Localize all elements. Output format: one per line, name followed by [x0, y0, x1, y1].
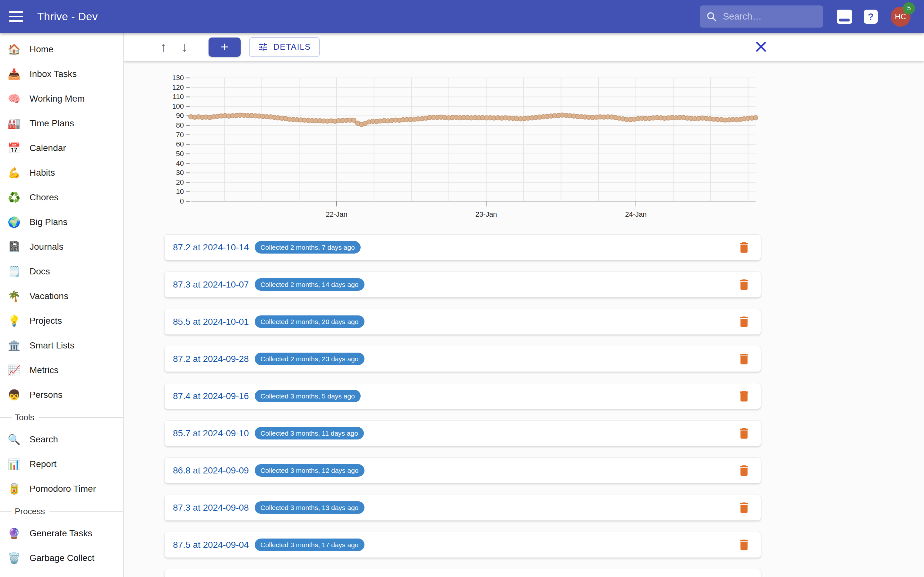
sidebar-item-label: Garbage Collect	[29, 553, 94, 563]
entry-link[interactable]: 87.2 at 2024-10-14	[173, 242, 249, 253]
sidebar-item-calendar[interactable]: 📅 Calendar	[0, 135, 123, 160]
call-to-action-icon[interactable]	[837, 10, 852, 24]
entry-link[interactable]: 85.5 at 2024-10-01	[173, 317, 249, 327]
hamburger-menu-button[interactable]	[9, 6, 29, 27]
tune-icon	[258, 42, 268, 52]
delete-icon[interactable]	[736, 388, 752, 405]
sidebar-item-habits[interactable]: 💪 Habits	[0, 160, 123, 185]
app-title: Thrive - Dev	[37, 10, 98, 23]
journals-icon: 📓	[0, 241, 29, 253]
svg-text:90: 90	[176, 111, 184, 119]
sidebar: 🏠 Home 📥 Inbox Tasks 🧠 Working Mem 🏭 Tim…	[0, 33, 124, 577]
svg-text:110: 110	[173, 93, 184, 101]
search-input[interactable]	[723, 11, 813, 22]
entry-link[interactable]: 87.4 at 2024-09-16	[173, 391, 249, 401]
list-item: 85.5 at 2024-10-01 Collected 2 months, 2…	[164, 309, 761, 335]
big-plans-icon: 🌍	[0, 216, 29, 228]
projects-icon: 💡	[0, 315, 29, 327]
call-to-action-bar	[839, 19, 850, 21]
sidebar-item-big-plans[interactable]: 🌍 Big Plans	[0, 210, 123, 234]
close-icon[interactable]	[753, 39, 769, 55]
list-item: 86.8 at 2024-09-09 Collected 3 months, 1…	[164, 458, 761, 484]
sidebar-item-label: Working Mem	[29, 93, 85, 104]
delete-icon[interactable]	[736, 276, 752, 293]
list-item: 87.5 at 2024-09-04 Collected 3 months, 1…	[164, 532, 761, 558]
working-mem-icon: 🧠	[0, 93, 29, 105]
generate-tasks-icon: 🔮	[0, 527, 29, 540]
collected-badge: Collected 3 months, 17 days ago	[255, 538, 365, 551]
sidebar-item-chores[interactable]: ♻️ Chores	[0, 185, 123, 210]
entry-link[interactable]: 87.2 at 2024-09-28	[173, 354, 249, 364]
sidebar-item-journals[interactable]: 📓 Journals	[0, 234, 123, 259]
sidebar-item-working-mem[interactable]: 🧠 Working Mem	[0, 86, 123, 111]
section-divider	[39, 417, 123, 418]
sidebar-item-label: Big Plans	[29, 217, 67, 227]
svg-text:22-Jan: 22-Jan	[326, 210, 347, 218]
svg-text:100: 100	[173, 102, 184, 110]
entry-link[interactable]: 85.7 at 2024-09-10	[173, 428, 249, 438]
vacations-icon: 🌴	[0, 290, 29, 302]
entry-link[interactable]: 86.8 at 2024-09-09	[173, 466, 249, 476]
entry-link[interactable]: 87.3 at 2024-10-07	[173, 279, 249, 290]
avatar[interactable]: HC 5	[891, 7, 911, 27]
svg-text:70: 70	[176, 131, 184, 139]
notification-badge: 5	[903, 2, 915, 15]
delete-icon[interactable]	[736, 537, 752, 553]
sidebar-item-label: Habits	[29, 168, 55, 178]
delete-icon[interactable]	[736, 500, 752, 516]
list-item: 85.7 at 2024-09-10 Collected 3 months, 1…	[164, 420, 761, 446]
collected-badge: Collected 2 months, 20 days ago	[255, 316, 365, 328]
collected-badge: Collected 3 months, 12 days ago	[255, 464, 365, 477]
sidebar-item-vacations[interactable]: 🌴 Vacations	[0, 284, 123, 308]
sidebar-item-smart-lists[interactable]: 🏛️ Smart Lists	[0, 333, 123, 358]
svg-text:20: 20	[176, 178, 184, 186]
sidebar-item-label: Time Plans	[29, 118, 74, 129]
garbage-collect-icon: 🗑️	[0, 552, 29, 564]
persons-icon: 👦	[0, 389, 29, 401]
sidebar-item-projects[interactable]: 💡 Projects	[0, 308, 123, 333]
sidebar-item-metrics[interactable]: 📈 Metrics	[0, 358, 123, 382]
sidebar-item-label: Pomodoro Timer	[29, 484, 96, 494]
delete-icon[interactable]	[736, 314, 752, 330]
sidebar-item-time-plans[interactable]: 🏭 Time Plans	[0, 111, 123, 135]
entry-link[interactable]: 87.5 at 2024-09-04	[173, 540, 249, 550]
delete-icon[interactable]	[736, 351, 752, 367]
sidebar-item-label: Metrics	[29, 365, 58, 376]
metric-toolbar: ↑ ↓ + DETAILS	[124, 33, 924, 61]
svg-text:130: 130	[173, 75, 184, 82]
collected-badge: Collected 2 months, 7 days ago	[255, 241, 360, 253]
sidebar-item-garbage-collect[interactable]: 🗑️ Garbage Collect	[0, 546, 123, 570]
app-root: Thrive - Dev ? HC 5 🏠 Home 📥 Inbox Tasks	[0, 0, 924, 577]
sidebar-item-report[interactable]: 📊 Report	[0, 452, 123, 476]
move-up-button[interactable]: ↑	[155, 37, 172, 57]
sidebar-item-search[interactable]: 🔍 Search	[0, 427, 123, 452]
time-plans-icon: 🏭	[0, 117, 29, 129]
sidebar-item-pomodoro-timer[interactable]: 🥫 Pomodoro Timer	[0, 476, 123, 501]
chores-icon: ♻️	[0, 191, 29, 203]
sidebar-item-docs[interactable]: 🗒️ Docs	[0, 259, 123, 284]
svg-text:60: 60	[176, 140, 184, 148]
sidebar-item-inbox-tasks[interactable]: 📥 Inbox Tasks	[0, 61, 123, 86]
metrics-icon: 📈	[0, 364, 29, 376]
search-box[interactable]	[700, 5, 823, 27]
sidebar-main-items: 🏠 Home 📥 Inbox Tasks 🧠 Working Mem 🏭 Tim…	[0, 37, 123, 407]
delete-icon[interactable]	[736, 239, 752, 256]
app-bar: Thrive - Dev ? HC 5	[0, 0, 924, 33]
sidebar-item-label: Calendar	[29, 143, 66, 153]
entry-link[interactable]: 87.3 at 2024-09-08	[173, 503, 249, 513]
docs-icon: 🗒️	[0, 266, 29, 277]
sidebar-item-home[interactable]: 🏠 Home	[0, 37, 123, 61]
help-button[interactable]: ?	[864, 10, 878, 24]
add-entry-button[interactable]: +	[208, 37, 241, 57]
delete-icon[interactable]	[736, 425, 752, 442]
delete-icon[interactable]	[736, 574, 752, 577]
sidebar-item-label: Persons	[29, 390, 63, 400]
sidebar-item-persons[interactable]: 👦 Persons	[0, 382, 123, 407]
sidebar-item-generate-tasks[interactable]: 🔮 Generate Tasks	[0, 521, 123, 546]
move-down-button[interactable]: ↓	[176, 37, 193, 57]
list-item: 87.2 at 2024-09-28 Collected 2 months, 2…	[164, 346, 761, 372]
details-button[interactable]: DETAILS	[249, 37, 320, 57]
collected-badge: Collected 2 months, 14 days ago	[255, 278, 365, 291]
metric-history-chart: 010203040506070809010011012013022-Jan23-…	[173, 75, 764, 219]
delete-icon[interactable]	[736, 462, 752, 479]
